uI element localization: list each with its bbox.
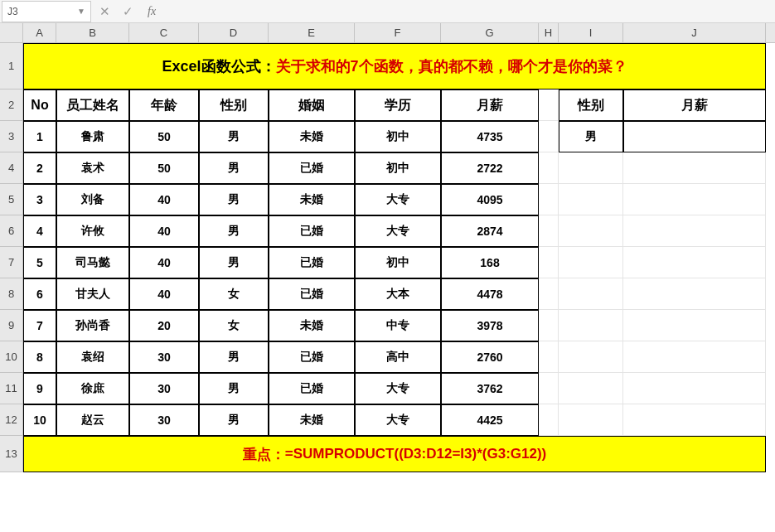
- cell-edu[interactable]: 大专: [355, 373, 441, 404]
- empty-cell[interactable]: [623, 373, 766, 404]
- row-header[interactable]: 13: [0, 436, 23, 472]
- cell-age[interactable]: 30: [129, 404, 199, 436]
- cell-edu[interactable]: 初中: [355, 152, 441, 184]
- empty-cell[interactable]: [623, 404, 766, 436]
- row-header[interactable]: 4: [0, 152, 23, 184]
- empty-cell[interactable]: [539, 278, 559, 310]
- cell-marriage[interactable]: 已婚: [269, 152, 355, 184]
- cell-no[interactable]: 9: [23, 373, 56, 404]
- side-header-salary[interactable]: 月薪: [623, 89, 766, 121]
- header-no[interactable]: No: [23, 89, 56, 121]
- cell-salary[interactable]: 2874: [441, 215, 539, 247]
- cell-gender[interactable]: 男: [199, 404, 269, 436]
- empty-cell[interactable]: [623, 152, 766, 184]
- empty-cell[interactable]: [539, 184, 559, 215]
- cell-no[interactable]: 2: [23, 152, 56, 184]
- empty-cell[interactable]: [539, 247, 559, 278]
- footer-cell[interactable]: 重点： =SUMPRODUCT((D3:D12=I3)*(G3:G12)): [23, 436, 766, 472]
- fx-icon[interactable]: fx: [148, 5, 156, 18]
- col-header[interactable]: J: [623, 23, 766, 42]
- cell-name[interactable]: 鲁肃: [56, 121, 129, 152]
- cell-age[interactable]: 40: [129, 184, 199, 215]
- cell-no[interactable]: 10: [23, 404, 56, 436]
- cell-salary[interactable]: 4735: [441, 121, 539, 152]
- col-header[interactable]: I: [559, 23, 623, 42]
- cell-no[interactable]: 3: [23, 184, 56, 215]
- cell-age[interactable]: 40: [129, 247, 199, 278]
- empty-cell[interactable]: [559, 247, 623, 278]
- side-value-gender[interactable]: 男: [559, 121, 623, 152]
- col-header[interactable]: H: [539, 23, 559, 42]
- empty-cell[interactable]: [539, 341, 559, 373]
- cell-name[interactable]: 许攸: [56, 215, 129, 247]
- cell-name[interactable]: 刘备: [56, 184, 129, 215]
- empty-cell[interactable]: [559, 215, 623, 247]
- col-header[interactable]: A: [23, 23, 56, 42]
- cell-no[interactable]: 1: [23, 121, 56, 152]
- cell-marriage[interactable]: 未婚: [269, 404, 355, 436]
- empty-cell[interactable]: [559, 373, 623, 404]
- row-header[interactable]: 2: [0, 89, 23, 121]
- cell-gender[interactable]: 女: [199, 310, 269, 341]
- cell-marriage[interactable]: 未婚: [269, 121, 355, 152]
- empty-cell[interactable]: [559, 184, 623, 215]
- cell-marriage[interactable]: 已婚: [269, 278, 355, 310]
- cell-no[interactable]: 6: [23, 278, 56, 310]
- header-gender[interactable]: 性别: [199, 89, 269, 121]
- name-box[interactable]: J3 ▼: [2, 1, 91, 22]
- cell-edu[interactable]: 大专: [355, 215, 441, 247]
- cell-name[interactable]: 甘夫人: [56, 278, 129, 310]
- cell-age[interactable]: 20: [129, 310, 199, 341]
- col-header[interactable]: C: [129, 23, 199, 42]
- row-header[interactable]: 6: [0, 215, 23, 247]
- cell-salary[interactable]: 4478: [441, 278, 539, 310]
- row-header[interactable]: 7: [0, 247, 23, 278]
- row-header[interactable]: 8: [0, 278, 23, 310]
- cell-name[interactable]: 孙尚香: [56, 310, 129, 341]
- col-header[interactable]: F: [355, 23, 441, 42]
- cell-salary[interactable]: 3762: [441, 373, 539, 404]
- cell-gender[interactable]: 男: [199, 184, 269, 215]
- cell-gender[interactable]: 女: [199, 278, 269, 310]
- empty-cell[interactable]: [623, 341, 766, 373]
- cell-age[interactable]: 50: [129, 152, 199, 184]
- title-cell[interactable]: Excel函数公式： 关于求和的7个函数，真的都不赖，哪个才是你的菜？: [23, 43, 766, 89]
- empty-cell[interactable]: [623, 310, 766, 341]
- cell-salary[interactable]: 4095: [441, 184, 539, 215]
- cell-marriage[interactable]: 未婚: [269, 310, 355, 341]
- cell-age[interactable]: 40: [129, 215, 199, 247]
- empty-cell[interactable]: [539, 404, 559, 436]
- empty-cell[interactable]: [539, 310, 559, 341]
- cell-marriage[interactable]: 已婚: [269, 247, 355, 278]
- cell-edu[interactable]: 初中: [355, 121, 441, 152]
- cell-salary[interactable]: 3978: [441, 310, 539, 341]
- empty-cell[interactable]: [559, 152, 623, 184]
- cell-edu[interactable]: 高中: [355, 341, 441, 373]
- row-header[interactable]: 9: [0, 310, 23, 341]
- col-header[interactable]: B: [56, 23, 129, 42]
- row-header[interactable]: 12: [0, 404, 23, 436]
- empty-cell[interactable]: [623, 215, 766, 247]
- cell-marriage[interactable]: 已婚: [269, 215, 355, 247]
- cell-age[interactable]: 30: [129, 341, 199, 373]
- empty-cell[interactable]: [559, 341, 623, 373]
- cell-age[interactable]: 30: [129, 373, 199, 404]
- cell-no[interactable]: 7: [23, 310, 56, 341]
- cell-age[interactable]: 50: [129, 121, 199, 152]
- row-header[interactable]: 3: [0, 121, 23, 152]
- cell-name[interactable]: 司马懿: [56, 247, 129, 278]
- cell-no[interactable]: 8: [23, 341, 56, 373]
- empty-cell[interactable]: [539, 215, 559, 247]
- empty-cell[interactable]: [539, 121, 559, 152]
- side-header-gender[interactable]: 性别: [559, 89, 623, 121]
- cell-name[interactable]: 袁绍: [56, 341, 129, 373]
- row-header[interactable]: 10: [0, 341, 23, 373]
- cancel-icon[interactable]: ✕: [98, 5, 111, 18]
- header-edu[interactable]: 学历: [355, 89, 441, 121]
- select-all-corner[interactable]: [0, 23, 23, 43]
- cell-edu[interactable]: 初中: [355, 247, 441, 278]
- cell-salary[interactable]: 2722: [441, 152, 539, 184]
- cell-salary[interactable]: 2760: [441, 341, 539, 373]
- col-header[interactable]: E: [269, 23, 355, 42]
- header-age[interactable]: 年龄: [129, 89, 199, 121]
